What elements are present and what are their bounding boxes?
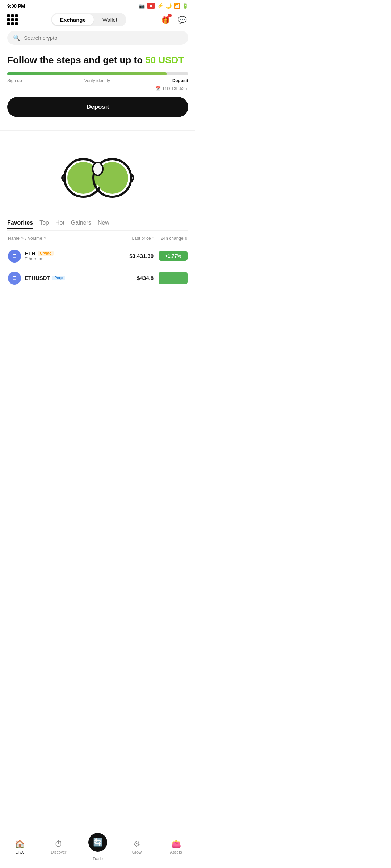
table-header: Name ⇅ / Volume ⇅ Last price ⇅ 24h chang… (7, 236, 188, 241)
promo-title: Follow the steps and get up to 50 USDT (7, 54, 188, 67)
wallet-tab[interactable]: Wallet (94, 14, 125, 25)
eth-badge: Crypto (38, 251, 54, 256)
coin-row-ethusdt[interactable]: Ξ ETHUSDT Perp $434.8 (7, 267, 188, 289)
section-divider (0, 130, 196, 131)
timer-text: 11D:13h:52m (162, 86, 188, 91)
message-button[interactable]: 💬 (176, 14, 188, 26)
eth-icon: Ξ (8, 250, 21, 263)
tab-gainers[interactable]: Gainers (71, 220, 91, 229)
search-icon: 🔍 (13, 34, 20, 41)
search-container: 🔍 (0, 31, 196, 51)
camera-icon: 📷 (139, 3, 145, 9)
promo-title-text: Follow the steps and get up to (7, 55, 145, 65)
progress-label-verify: Verify identity (84, 78, 110, 83)
grid-menu-icon[interactable] (7, 14, 18, 25)
eth-price: $3,431.39 (129, 253, 154, 259)
svg-point-4 (93, 162, 103, 175)
ethusdt-change (159, 272, 188, 284)
coin-row-eth[interactable]: Ξ ETH Crypto Ethereum $3,431.39 +1.77% (7, 245, 188, 267)
tab-new[interactable]: New (98, 220, 109, 229)
tab-hot[interactable]: Hot (55, 220, 64, 229)
ethusdt-details: ETHUSDT Perp (25, 275, 65, 281)
eth-name: Ethereum (25, 256, 54, 261)
coin-info-eth: Ξ ETH Crypto Ethereum (8, 250, 54, 263)
progress-bar-fill (7, 72, 167, 75)
battery-icon: 🔋 (182, 3, 188, 9)
name-label: Name (8, 236, 20, 241)
table-header-name: Name ⇅ / Volume ⇅ (8, 236, 47, 241)
coin-info-ethusdt: Ξ ETHUSDT Perp (8, 272, 65, 285)
timer-row: 📅 11D:13h:52m (7, 86, 188, 91)
notification-badge (168, 14, 172, 17)
search-box[interactable]: 🔍 (7, 31, 188, 45)
ethusdt-symbol: ETHUSDT Perp (25, 275, 65, 281)
eth-details: ETH Crypto Ethereum (25, 250, 54, 261)
tab-favorites[interactable]: Favorites (7, 220, 33, 229)
promo-section: Follow the steps and get up to 50 USDT S… (0, 51, 196, 124)
wifi-icon: 📶 (174, 3, 180, 9)
change-label: 24h change ⇅ (161, 236, 188, 241)
volume-sort-icon[interactable]: ⇅ (44, 237, 47, 240)
moon-icon: 🌙 (165, 3, 172, 9)
deposit-button[interactable]: Deposit (7, 97, 188, 117)
header-tabs: Exchange Wallet (51, 13, 126, 26)
binoculars-illustration (58, 147, 138, 205)
progress-labels: Sign up Verify identity Deposit (7, 78, 188, 83)
header: Exchange Wallet 🎁 💬 (0, 10, 196, 31)
eth-symbol: ETH Crypto (25, 250, 54, 256)
progress-container: Sign up Verify identity Deposit (7, 72, 188, 83)
progress-label-deposit: Deposit (172, 78, 188, 83)
eth-change: +1.77% (159, 251, 188, 261)
price-label: Last price ⇅ (132, 236, 155, 241)
progress-bar-bg (7, 72, 188, 75)
promo-highlight: 50 USDT (145, 55, 184, 65)
bluetooth-icon: ⚡ (157, 3, 163, 9)
status-time: 9:00 PM (7, 3, 25, 9)
ethusdt-icon: Ξ (8, 272, 21, 285)
search-input[interactable] (24, 35, 182, 41)
volume-label: / Volume (25, 236, 42, 241)
message-icon: 💬 (178, 16, 187, 24)
ethusdt-badge: Perp (52, 276, 65, 280)
table-header-right: Last price ⇅ 24h change ⇅ (132, 236, 188, 241)
status-icons: 📷 ⏺ ⚡ 🌙 📶 🔋 (139, 3, 188, 9)
binoculars-section (0, 136, 196, 220)
progress-label-signup: Sign up (7, 78, 22, 83)
market-tabs: Favorites Top Hot Gainers New (7, 220, 188, 231)
market-section: Favorites Top Hot Gainers New Name ⇅ / V… (0, 220, 196, 289)
header-actions: 🎁 💬 (159, 14, 188, 26)
status-bar: 9:00 PM 📷 ⏺ ⚡ 🌙 📶 🔋 (0, 0, 196, 10)
tab-top[interactable]: Top (39, 220, 49, 229)
gift-button[interactable]: 🎁 (159, 14, 172, 26)
timer-icon: 📅 (155, 86, 161, 91)
record-icon: ⏺ (147, 3, 155, 9)
exchange-tab[interactable]: Exchange (52, 14, 94, 25)
name-sort-icon[interactable]: ⇅ (21, 237, 24, 240)
ethusdt-price: $434.8 (137, 275, 154, 281)
